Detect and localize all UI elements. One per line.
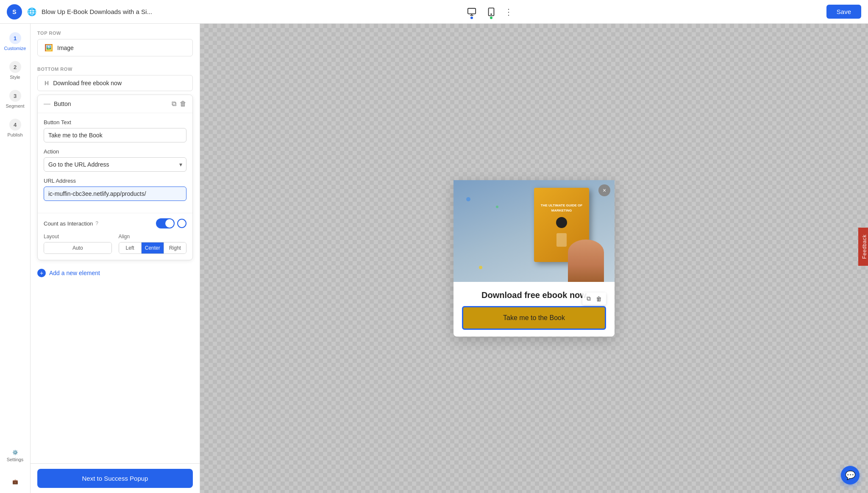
deco-dot-2 [479,266,482,269]
button-text-field-group: Button Text [44,119,186,142]
cta-action-bar: ⧉ 🗑 [582,292,606,305]
more-options-button[interactable]: ⋮ [504,7,513,17]
cta-copy-button[interactable]: ⧉ [585,294,593,303]
interaction-label-group: Count as Interaction ? [44,220,98,227]
add-element-icon: + [37,269,46,277]
layout-label: Layout [44,234,112,240]
cta-delete-button[interactable]: 🗑 [594,295,604,303]
url-field-group: URL Address [44,178,186,201]
left-nav: 1 Customize 2 Style 3 Segment 4 Publish … [0,24,31,493]
popup-image-area: THE ULTIMATE GUIDE OF MARKETING [453,180,615,282]
button-dash-icon: — [44,100,50,108]
bottom-row-label: BOTTOM ROW [31,60,200,75]
button-editor-title: — Button [44,100,71,108]
help-icon[interactable]: ? [95,220,98,226]
desktop-view-button[interactable] [465,6,478,18]
nav-number-segment: 3 [9,90,21,102]
sidebar-item-segment[interactable]: 3 Segment [0,85,31,114]
interaction-row: Count as Interaction ? [38,213,192,234]
canvas-area: × THE ULTIMATE GUIDE OF MARKETING [200,24,868,493]
nav-label-settings: Settings [7,457,24,462]
button-editor-body: Button Text Action Go to the URL Address… [38,113,192,213]
sidebar-item-briefcase[interactable]: 💼 [0,474,31,490]
mobile-view-button[interactable] [485,6,498,18]
sidebar-item-publish[interactable]: 4 Publish [0,114,31,142]
add-element-label: Add a new element [49,270,100,276]
svg-rect-0 [468,8,476,14]
action-label: Action [44,148,186,155]
nav-label-segment: Segment [6,103,24,109]
top-row-image-item[interactable]: 🖼️ Image [37,39,193,56]
top-row-label: TOP ROW [31,24,200,39]
deco-dot-3 [496,206,498,208]
delete-button-element[interactable]: 🗑 [180,100,186,108]
interaction-toggle-container [156,218,186,228]
bottom-row-heading-item[interactable]: H Download free ebook now [37,75,193,91]
nav-label-publish: Publish [7,132,22,137]
cta-button[interactable]: Take me to the Book [462,306,606,330]
book-figure [556,233,567,247]
gear-icon: ⚙️ [12,450,18,455]
briefcase-icon: 💼 [12,479,18,485]
chat-bubble-button[interactable]: 💬 [841,466,860,485]
button-editor-actions: ⧉ 🗑 [172,100,186,108]
page-title: Blow Up E-Book Downloads with a Si... [42,8,152,15]
url-label: URL Address [44,178,186,184]
button-editor-header: — Button ⧉ 🗑 [38,95,192,113]
layout-align-row: Layout Auto Align Left Center Right [44,234,186,254]
sidebar-item-customize[interactable]: 1 Customize [0,27,31,56]
popup-body: Download free ebook now ⧉ 🗑 Take me to t… [453,282,615,337]
heading-icon: H [45,80,49,86]
layout-col: Layout Auto [44,234,112,254]
action-select-wrapper: Go to the URL Address Close Popup Submit… [44,157,186,172]
align-center-button[interactable]: Center [142,242,164,253]
nav-number-publish: 4 [9,119,21,131]
interaction-label-text: Count as Interaction [44,220,93,227]
hand-visual [568,240,604,282]
copy-button-element[interactable]: ⧉ [172,100,176,108]
sidebar-item-settings[interactable]: ⚙️ Settings [0,445,31,467]
topbar: S 🌐 Blow Up E-Book Downloads with a Si..… [0,0,868,24]
cta-wrapper: ⧉ 🗑 Take me to the Book [462,306,606,330]
logo[interactable]: S [7,4,22,19]
interaction-toggle[interactable] [156,218,175,228]
bottom-btn-container: Next to Success Popup [31,463,200,493]
add-element-row[interactable]: + Add a new element [31,264,200,282]
align-left-button[interactable]: Left [119,242,142,253]
popup-close-button[interactable]: × [598,184,610,196]
button-editor-card: — Button ⧉ 🗑 Button Text Action [37,95,193,260]
bottom-row-item-label: Download free ebook now [53,80,122,86]
chat-icon: 💬 [845,470,856,480]
feedback-tab[interactable]: Feedback [858,228,868,266]
next-to-success-popup-button[interactable]: Next to Success Popup [37,469,193,488]
nav-number-style: 2 [9,61,21,73]
align-col: Align Left Center Right [119,234,187,254]
top-row-item-label: Image [57,45,74,51]
popup-image-bg: THE ULTIMATE GUIDE OF MARKETING [453,180,615,282]
url-address-input[interactable] [44,187,186,201]
popup-preview: × THE ULTIMATE GUIDE OF MARKETING [453,180,615,337]
nav-number-customize: 1 [9,32,21,44]
layout-buttons: Auto [44,242,112,254]
image-icon: 🖼️ [45,44,53,52]
sidebar-panel: TOP ROW 🖼️ Image BOTTOM ROW H Download f… [31,24,200,493]
action-select[interactable]: Go to the URL Address Close Popup Submit… [44,157,186,172]
topbar-left: S 🌐 Blow Up E-Book Downloads with a Si..… [7,4,152,19]
nav-label-style: Style [10,75,20,80]
align-right-button[interactable]: Right [164,242,186,253]
button-text-label: Button Text [44,119,186,125]
save-button[interactable]: Save [826,5,861,19]
button-text-input[interactable] [44,128,186,142]
deco-dot-1 [466,197,470,201]
align-label: Align [119,234,187,240]
nav-label-customize: Customize [4,46,26,51]
topbar-center: ⋮ [465,6,513,18]
sidebar-item-style[interactable]: 2 Style [0,56,31,85]
toggle-ring-indicator [177,219,186,228]
main-layout: 1 Customize 2 Style 3 Segment 4 Publish … [0,24,868,493]
action-field-group: Action Go to the URL Address Close Popup… [44,148,186,172]
align-buttons: Left Center Right [119,242,187,254]
layout-auto-button[interactable]: Auto [44,242,111,253]
globe-icon: 🌐 [27,7,36,17]
toggle-knob [165,219,174,228]
